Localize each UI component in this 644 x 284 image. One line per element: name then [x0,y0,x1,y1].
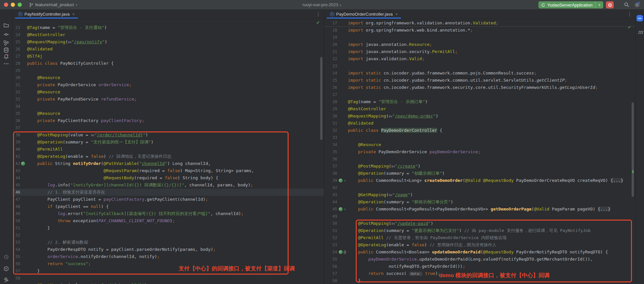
line-number[interactable]: 43 [324,191,337,198]
code-line[interactable]: 29 [12,67,324,74]
code-line[interactable]: 58 [12,275,324,282]
notifications-bell-icon[interactable] [3,54,9,60]
code-line[interactable]: 40 @PermitAll [12,146,324,153]
maven-icon[interactable]: m [638,29,643,35]
close-tab-icon[interactable]: × [72,12,75,17]
code-line[interactable]: 25import static cn.iocoder.yudao.framewo… [324,77,635,84]
line-number[interactable]: 55 [324,256,337,263]
line-number[interactable]: 27 [12,53,20,60]
line-number[interactable]: 38 [12,131,20,139]
code-line[interactable]: 21import javax.annotation.security.Permi… [324,48,635,55]
commit-icon[interactable] [3,32,9,37]
line-number[interactable]: 19 [324,34,337,41]
code-line[interactable]: 23@Tag(name = "管理后台 - 支付通知") [12,24,324,31]
line-number[interactable]: 17 [324,20,337,27]
tab-paynotifycontroller[interactable]: C PayNotifyController.java × [15,10,78,19]
tab-paydemoordercontroller[interactable]: C PayDemoOrderController.java × [327,10,401,19]
line-number[interactable]: 53 [324,241,337,249]
line-number[interactable]: 30 [324,113,337,120]
line-number[interactable]: 20 [324,41,337,48]
code-line[interactable]: 45› public CommonResult<PageResult<PayDe… [324,206,635,213]
line-number[interactable]: 54 [12,246,20,253]
line-number[interactable]: 31 [12,81,20,88]
rerun-icon[interactable] [541,3,545,7]
line-number[interactable]: 49 [324,213,337,220]
line-number[interactable]: 58 [324,277,337,284]
code-line[interactable]: 31 private PayOrderService orderService; [12,81,324,88]
line-number[interactable]: 54 [324,249,337,256]
stop-button[interactable] [606,1,614,8]
structure-icon[interactable] [3,40,9,46]
code-line[interactable]: 50 @PostMapping(⊕∨"/update-paid") [324,220,635,227]
fold-chevron-icon[interactable]: › [344,177,346,184]
code-line[interactable]: 26@Validated [12,46,324,53]
line-number[interactable]: 29 [12,67,20,74]
line-number[interactable]: 28 [12,60,20,67]
code-line[interactable]: 47 PayClient payClient = payClientFactor… [12,196,324,203]
code-line[interactable]: 35 private PayDemoOrderService payDemoOr… [324,148,635,156]
line-number[interactable]: 42 [12,160,20,167]
line-number[interactable]: 26 [12,46,20,53]
code-line[interactable]: 45 log.info("[notifyOrder][channelId({})… [12,182,324,189]
line-number[interactable]: 36 [12,117,20,124]
close-tab-icon[interactable]: × [395,12,398,17]
fold-chevron-icon[interactable]: › [344,206,346,213]
code-line[interactable]: 42 [324,184,635,191]
code-line[interactable]: 50 throw exception(PAY_CHANNEL_CLIENT_NO… [12,217,324,224]
line-number[interactable]: 44 [12,174,20,182]
line-number[interactable]: 25 [324,77,337,84]
settings-gear-icon[interactable] [634,2,640,8]
code-line[interactable]: 35 @Resource [12,110,324,117]
url-globe-inlay-icon[interactable]: ⊕∨ [68,40,71,44]
minimize-window-icon[interactable] [11,3,15,7]
line-number[interactable]: 25 [12,38,20,46]
code-line[interactable]: 36 private PayClientFactory payClientFac… [12,117,324,124]
code-line[interactable]: 44 @Operation(summary = "获得示例订单分页") [324,198,635,206]
tab-options-kebab-icon[interactable]: ⋮ [316,12,321,17]
rest-api-gutter-icon[interactable] [339,250,343,254]
line-number[interactable]: 21 [324,48,337,55]
code-line[interactable]: 41 @OperateLog(enable = false) // 回调地址，无… [12,153,324,160]
code-line[interactable]: 24@RestController [12,31,324,38]
line-number[interactable]: 44 [324,198,337,206]
code-line[interactable]: 20import javax.annotation.Resource; [324,41,635,48]
line-number[interactable]: 37 [324,163,337,170]
line-number[interactable]: 42 [324,184,337,191]
line-number[interactable]: 24 [324,70,337,77]
folded-code-badge[interactable]: {...} [610,178,623,183]
code-line[interactable]: 55 payDemoOrderService.updateDemoOrderPa… [324,256,635,263]
build-hammer-icon[interactable] [3,277,9,283]
line-number[interactable]: 52 [12,232,20,239]
code-line[interactable]: 32 @Resource [12,88,324,96]
line-number[interactable]: 51 [12,224,20,232]
search-everywhere-icon[interactable] [624,2,629,7]
tab-options-kebab-icon[interactable]: ⋮ [627,12,632,17]
code-line[interactable]: 33 [324,134,635,141]
project-folder-icon[interactable] [3,23,9,28]
code-line[interactable]: 48 if (payClient == null) { [12,203,324,210]
code-line[interactable]: 25@RequestMapping(⊕∨"/pay/notify") [12,38,324,46]
code-line[interactable]: 39 @Operation(summary = "支付渠道的统一【支付】回调") [12,139,324,146]
annotation-gutter-icon[interactable]: @ [344,249,346,256]
code-line[interactable]: 36 [324,156,635,163]
code-line[interactable]: 34 @Resource [324,141,635,148]
line-number[interactable]: 48 [12,203,20,210]
line-number[interactable]: 22 [324,55,337,62]
line-number[interactable]: 37 [12,124,20,131]
code-line[interactable]: 46 // 1. 校验支付渠道是否存在 [12,189,324,196]
code-line[interactable]: 54 PayOrderRespDTO notify = payClient.pa… [12,246,324,253]
code-line[interactable]: 42 public String notifyOrder(@PathVariab… [12,160,324,167]
code-line[interactable]: 39› public CommonResult<Long> createDemo… [324,177,635,184]
code-line[interactable]: @PostMapping(value = "/refund/{channelId… [12,282,324,284]
line-number[interactable]: 33 [12,96,20,103]
code-line[interactable]: 51 @Operation(summary = "更新示例订单为已支付") //… [324,227,635,234]
line-number[interactable]: 45 [12,182,20,189]
rest-api-gutter-icon[interactable] [21,162,25,166]
code-line[interactable]: 56 return "success"; [12,260,324,267]
line-number[interactable]: 27 [324,91,337,98]
code-line[interactable]: 37 @PostMapping(⊕∨"/create") [324,163,635,170]
line-number[interactable]: 56 [324,263,337,270]
line-number[interactable]: 35 [324,148,337,156]
code-line[interactable]: 28public class PayNotifyController { [12,60,324,67]
line-number[interactable]: 49 [12,210,20,217]
